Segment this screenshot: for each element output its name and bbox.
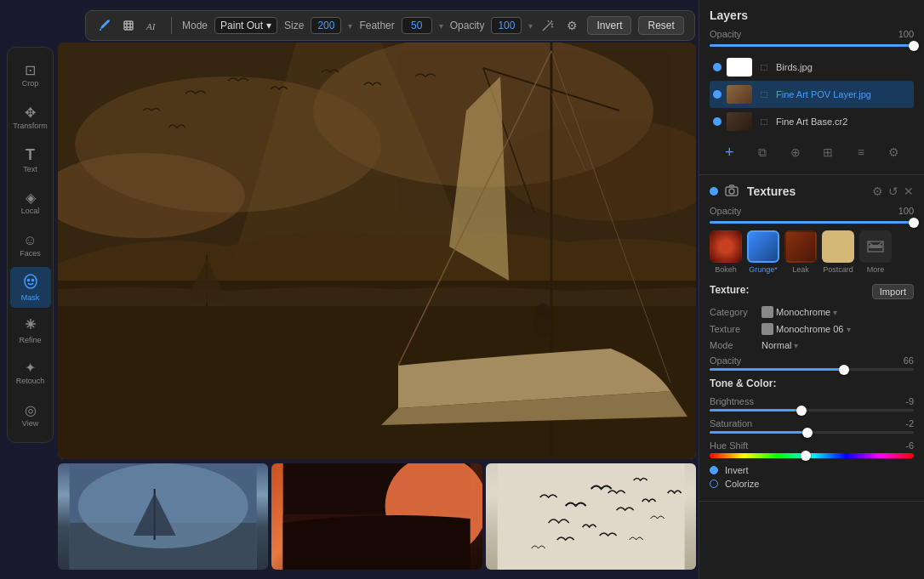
svg-line-15 <box>483 68 619 111</box>
ai-icon[interactable]: AI <box>144 17 161 34</box>
tool-text[interactable]: T Text <box>10 139 51 180</box>
add-layer-button[interactable]: + <box>717 140 741 164</box>
preset-label-grunge: Grunge* <box>749 265 778 274</box>
tool-mask[interactable]: Mask <box>10 267 51 308</box>
selection-icon[interactable] <box>120 17 137 34</box>
layer-item-base[interactable]: □ Fine Art Base.cr2 <box>710 108 914 135</box>
mask-icon <box>23 274 38 292</box>
layer-dot-base <box>713 117 722 126</box>
tool-crop[interactable]: ⊡ Crop <box>10 54 51 95</box>
textures-close-icon[interactable]: ✕ <box>904 184 914 198</box>
invert-toggle-row[interactable]: Invert <box>710 465 914 475</box>
preset-leak[interactable]: Leak <box>784 230 817 274</box>
layer-name-pov: Fine Art POV Layer.jpg <box>776 89 910 99</box>
mode-value: Normal <box>761 340 791 350</box>
textures-opacity-slider[interactable] <box>710 221 914 224</box>
invert-button[interactable]: Invert <box>587 16 631 35</box>
layers-header: Layers <box>710 9 914 22</box>
preset-bokeh[interactable]: Bokeh <box>710 230 742 274</box>
saturation-value: -2 <box>905 418 914 429</box>
divider-1 <box>171 17 172 34</box>
textures-header-row: Textures ⚙ ↺ ✕ <box>710 184 914 199</box>
opacity-value[interactable]: 100 <box>491 17 522 34</box>
settings-layer-button[interactable]: ⚙ <box>882 140 906 164</box>
layers-opacity-row: Opacity 100 <box>710 29 914 39</box>
left-sidebar: ⊡ Crop ✥ Transform T Text ◈ Local ☺ Face… <box>7 47 54 443</box>
feather-value[interactable]: 50 <box>402 17 432 34</box>
layers-toolbar: + ⧉ ⊕ ⊞ ≡ ⚙ <box>710 135 914 166</box>
layers-opacity-label: Opacity <box>710 29 741 39</box>
texture-dropdown[interactable]: Monochrome 06 ▾ <box>761 323 914 335</box>
tool-retouch[interactable]: ✦ Retouch <box>10 352 51 393</box>
tool-view[interactable]: ◎ View <box>10 395 51 435</box>
thumbnail-2[interactable] <box>271 463 482 570</box>
merge-layer-button[interactable]: ⊕ <box>784 140 807 164</box>
preset-thumb-more <box>859 230 892 263</box>
svg-marker-17 <box>449 77 509 281</box>
tool-refine[interactable]: Refine <box>10 309 51 350</box>
size-value[interactable]: 200 <box>311 17 341 34</box>
category-dropdown[interactable]: Monochrome ▾ <box>761 306 914 318</box>
mode-select[interactable]: Paint Out ▾ <box>214 17 277 34</box>
layers-opacity-slider[interactable] <box>710 44 914 47</box>
svg-point-4 <box>31 279 33 281</box>
thumbnail-3[interactable] <box>486 463 696 570</box>
layer-item-pov[interactable]: □ Fine Art POV Layer.jpg <box>710 81 914 108</box>
mode-row: Mode Normal ▾ <box>710 340 914 350</box>
refine-icon <box>23 316 38 335</box>
textures-settings-icon[interactable]: ⚙ <box>872 184 883 198</box>
thumbnail-strip <box>58 463 696 570</box>
main-image <box>58 43 696 459</box>
preset-more[interactable]: More <box>859 230 892 274</box>
group-layer-button[interactable]: ⊞ <box>816 140 840 164</box>
settings-icon[interactable]: ⚙ <box>563 17 580 34</box>
view-label: View <box>22 420 38 428</box>
reset-button[interactable]: Reset <box>638 16 683 35</box>
texture-opacity-header: Opacity 66 <box>710 355 914 366</box>
layer-item-birds[interactable]: □ Birds.jpg <box>710 54 914 81</box>
brightness-slider[interactable] <box>710 409 914 412</box>
preset-thumb-grunge <box>747 230 779 263</box>
category-swatch <box>761 306 773 318</box>
saturation-slider-row: Saturation -2 <box>710 418 914 434</box>
preset-postcard[interactable]: Postcard <box>822 230 854 274</box>
texture-label-row: Texture: Import <box>710 282 914 301</box>
colorize-toggle-row[interactable]: Colorize <box>710 479 914 489</box>
opacity-label: Opacity <box>450 20 485 31</box>
layer-thumb-base <box>727 112 752 131</box>
svg-text:AI: AI <box>145 21 157 31</box>
tool-transform[interactable]: ✥ Transform <box>10 97 51 138</box>
textures-opacity-value: 100 <box>898 206 914 216</box>
canvas-area[interactable] <box>58 43 696 459</box>
thumbnail-1[interactable] <box>58 463 268 570</box>
text-label: Text <box>23 166 37 173</box>
view-icon: ◎ <box>25 402 37 418</box>
tool-local[interactable]: ◈ Local <box>10 182 51 223</box>
hue-label: Hue Shift <box>710 440 748 451</box>
saturation-header: Saturation -2 <box>710 418 914 429</box>
hue-slider[interactable] <box>710 453 914 458</box>
colorize-toggle-label: Colorize <box>725 479 759 489</box>
brush-icon[interactable] <box>96 17 113 34</box>
mode-dropdown[interactable]: Normal ▾ <box>761 340 914 350</box>
texture-opacity-slider[interactable] <box>710 368 914 371</box>
brightness-label: Brightness <box>710 396 754 406</box>
texture-opacity-slider-row: Opacity 66 <box>710 355 914 371</box>
textures-undo-icon[interactable]: ↺ <box>888 184 898 198</box>
svg-point-8 <box>313 43 653 187</box>
duplicate-layer-button[interactable]: ⧉ <box>750 140 774 164</box>
stack-layer-button[interactable]: ≡ <box>849 140 873 164</box>
svg-line-18 <box>398 51 551 366</box>
tool-faces[interactable]: ☺ Faces <box>10 224 51 265</box>
texture-chevron-icon: ▾ <box>847 325 851 334</box>
preset-thumb-bokeh <box>710 230 742 263</box>
preset-label-bokeh: Bokeh <box>715 265 737 274</box>
import-button[interactable]: Import <box>872 284 914 299</box>
svg-rect-5 <box>58 43 696 459</box>
layer-name-base: Fine Art Base.cr2 <box>776 116 910 127</box>
textures-camera-icon <box>725 184 740 199</box>
preset-grunge[interactable]: Grunge* <box>747 230 779 274</box>
saturation-slider[interactable] <box>710 431 914 434</box>
magic-wand-icon[interactable] <box>539 17 556 34</box>
feather-label: Feather <box>359 20 394 31</box>
